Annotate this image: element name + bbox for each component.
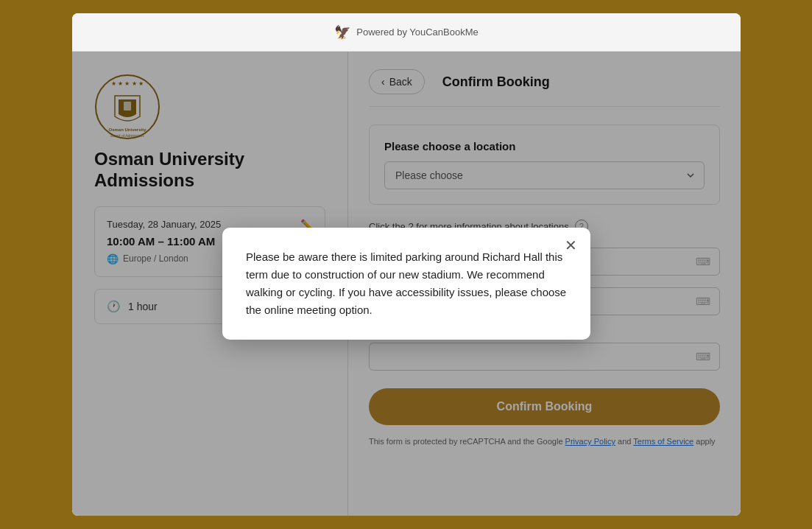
modal-dialog: ✕ Please be aware there is limited parki… xyxy=(222,228,590,340)
modal-close-button[interactable]: ✕ xyxy=(565,238,577,253)
top-bar: 🦅 Powered by YouCanBookMe xyxy=(72,13,741,52)
modal-message: Please be aware there is limited parking… xyxy=(246,248,567,319)
main-card: 🦅 Powered by YouCanBookMe ★ ★ ★ ★ ★ Osma… xyxy=(72,13,741,516)
modal-overlay[interactable]: ✕ Please be aware there is limited parki… xyxy=(72,52,741,516)
powered-by-text: Powered by YouCanBookMe xyxy=(356,27,479,38)
ycbm-logo-icon: 🦅 xyxy=(334,24,350,41)
